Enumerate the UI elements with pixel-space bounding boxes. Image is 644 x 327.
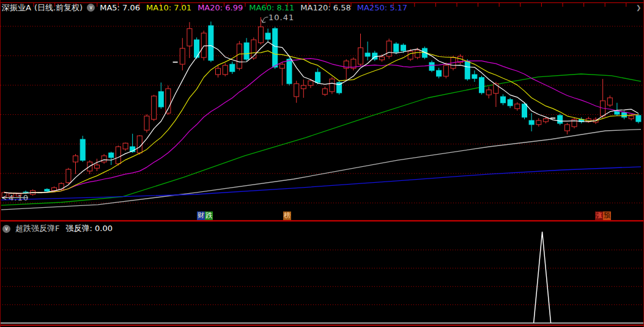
watermark-chip[interactable]: 涨 (595, 211, 603, 220)
chevron-down-icon[interactable]: ∨ (2, 225, 10, 233)
ma-label: MA60: 8.11 (249, 3, 294, 12)
indicator-name: 超跌强反弹F (15, 223, 59, 234)
watermark-chip[interactable]: 跌 (205, 211, 213, 220)
tdx-stock-app-window: 深振业A (日线.前复权) ∨ MA5: 7.06MA10: 7.01MA20:… (0, 0, 644, 327)
low-price-annotation: 4.10 (9, 193, 29, 202)
main-chart-header: 深振业A (日线.前复权) ∨ MA5: 7.06MA10: 7.01MA20:… (2, 2, 413, 13)
ma-values-row: MA5: 7.06MA10: 7.01MA20: 6.99MA60: 8.11M… (100, 3, 413, 12)
chart-canvas[interactable] (0, 0, 644, 327)
watermark-chip[interactable]: 预 (603, 211, 611, 220)
ma-label: MA5: 7.06 (100, 3, 140, 12)
ma-label: MA120: 6.58 (300, 3, 350, 12)
chevron-down-icon[interactable]: ∨ (87, 4, 95, 12)
ma-label: MA20: 6.99 (198, 3, 243, 12)
sub-chart-header: ∨ 超跌强反弹F 强反弹: 0.00 (2, 223, 113, 234)
high-price-annotation: 10.41 (268, 13, 294, 22)
watermark-chip[interactable]: 财 (197, 211, 205, 220)
ma-label: MA10: 7.01 (146, 3, 191, 12)
period-label: (日线.前复权) (34, 2, 83, 13)
stock-title: 深振业A (2, 2, 31, 13)
corner-arrow-icon[interactable]: ❯ (636, 4, 641, 11)
indicator-value: 强反弹: 0.00 (65, 223, 112, 234)
ma-label: MA250: 5.17 (357, 3, 407, 12)
watermark-chip[interactable]: 榜 (283, 211, 291, 220)
